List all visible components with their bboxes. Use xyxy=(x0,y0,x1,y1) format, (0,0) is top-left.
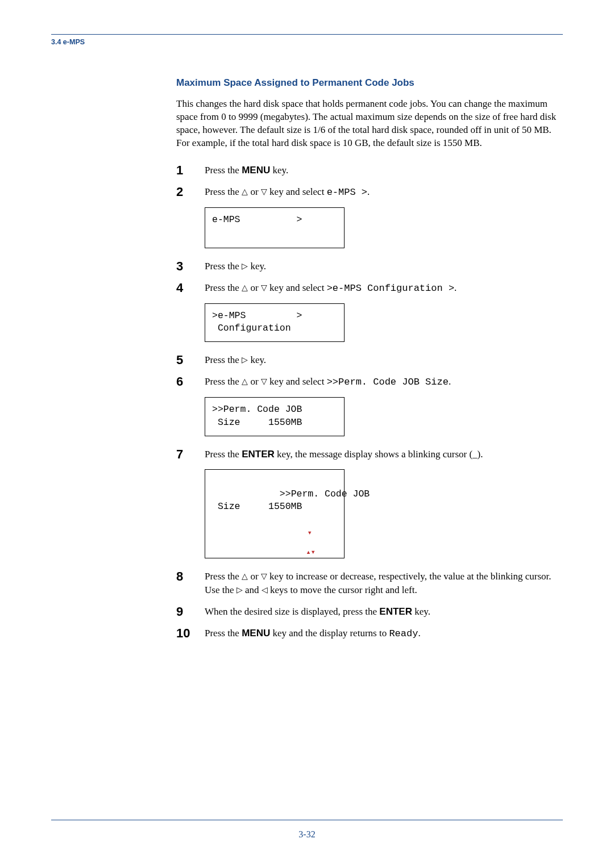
text: Press the xyxy=(205,282,242,293)
step-9: 9 When the desired size is displayed, pr… xyxy=(176,605,557,619)
step-number: 9 xyxy=(176,605,193,619)
text: Press the xyxy=(205,376,242,387)
text: . xyxy=(454,282,457,293)
mono-text: Ready xyxy=(389,628,418,639)
text: Press the xyxy=(205,628,242,639)
step-8: 8 Press the △ or ▽ key to increase or de… xyxy=(176,570,557,597)
mono-text: >>Perm. Code JOB Size xyxy=(327,377,449,387)
step-number: 6 xyxy=(176,375,193,389)
text: Press the xyxy=(205,449,242,460)
lcd-display: >>Perm. Code JOB Size 1550MB ▾ ▴▾ xyxy=(205,469,345,559)
up-triangle-icon: △ xyxy=(242,571,248,582)
lcd-display: >e-MPS > Configuration xyxy=(205,303,345,343)
text: or xyxy=(248,282,261,293)
step-number: 1 xyxy=(176,164,193,177)
text: or xyxy=(248,376,261,387)
text: key and the display returns to xyxy=(270,628,389,639)
text: When the desired size is displayed, pres… xyxy=(205,606,379,617)
step-body: Press the △ or ▽ key to increase or decr… xyxy=(205,570,557,597)
right-triangle-icon: ▷ xyxy=(242,354,248,366)
text: Press the xyxy=(205,165,242,176)
right-triangle-icon: ▷ xyxy=(242,261,248,272)
up-triangle-icon: △ xyxy=(242,376,248,387)
content: Maximum Space Assigned to Permanent Code… xyxy=(176,77,557,641)
sub-heading: Maximum Space Assigned to Permanent Code… xyxy=(176,77,557,89)
step-body: Press the MENU key and the display retur… xyxy=(205,627,557,641)
step-number: 7 xyxy=(176,448,193,461)
text: Press the xyxy=(205,354,242,365)
text: Press the xyxy=(205,186,242,197)
step-10: 10 Press the MENU key and the display re… xyxy=(176,627,557,641)
step-number: 5 xyxy=(176,353,193,367)
text: key and select xyxy=(267,376,327,387)
page-number: 3-32 xyxy=(51,829,563,840)
step-body: Press the MENU key. xyxy=(205,164,557,177)
step-number: 3 xyxy=(176,260,193,273)
text: keys to move the cursor right and left. xyxy=(268,585,417,595)
step-5: 5 Press the ▷ key. xyxy=(176,353,557,367)
step-number: 4 xyxy=(176,281,193,295)
mono-text: >e-MPS Configuration > xyxy=(327,283,454,294)
step-number: 8 xyxy=(176,570,193,583)
step-body: Press the ▷ key. xyxy=(205,353,557,367)
down-triangle-icon: ▽ xyxy=(261,571,267,582)
step-3: 3 Press the ▷ key. xyxy=(176,260,557,273)
step-6: 6 Press the △ or ▽ key and select >>Perm… xyxy=(176,375,557,439)
step-body: Press the △ or ▽ key and select e-MPS >.… xyxy=(205,185,557,252)
down-triangle-icon: ▽ xyxy=(261,376,267,387)
intro-paragraph: This changes the hard disk space that ho… xyxy=(176,98,557,150)
step-body: Press the △ or ▽ key and select >e-MPS C… xyxy=(205,281,557,345)
step-4: 4 Press the △ or ▽ key and select >e-MPS… xyxy=(176,281,557,345)
steps-list: 1 Press the MENU key. 2 Press the △ or ▽… xyxy=(176,164,557,641)
text: key and select xyxy=(267,282,327,293)
footer-rule xyxy=(51,820,563,820)
step-7: 7 Press the ENTER key, the message displ… xyxy=(176,448,557,562)
step-body: Press the △ or ▽ key and select >>Perm. … xyxy=(205,375,557,439)
step-body: When the desired size is displayed, pres… xyxy=(205,605,557,619)
text: or xyxy=(248,186,261,197)
left-triangle-icon: ◁ xyxy=(262,585,268,596)
section-header: 3.4 e-MPS xyxy=(51,38,563,46)
text: Press the xyxy=(205,571,242,582)
lcd-display: e-MPS > xyxy=(205,207,345,248)
step-body: Press the ENTER key, the message display… xyxy=(205,448,557,562)
header-rule xyxy=(51,34,563,35)
text: and xyxy=(243,585,262,595)
text: key. xyxy=(248,354,266,365)
up-triangle-icon: △ xyxy=(242,282,248,294)
cursor-indicator-icon: ▴▾ xyxy=(306,547,316,558)
key-menu: MENU xyxy=(242,165,270,176)
display-text: >>Perm. Code JOB Size 1550MB xyxy=(212,489,370,512)
mono-text: e-MPS > xyxy=(327,187,367,198)
down-triangle-icon: ▽ xyxy=(261,186,267,198)
text: . xyxy=(449,376,451,387)
text: or xyxy=(248,571,261,582)
text: Press the xyxy=(205,261,242,272)
right-triangle-icon: ▷ xyxy=(237,585,243,596)
key-enter: ENTER xyxy=(379,606,412,617)
text: key and select xyxy=(267,186,327,197)
key-enter: ENTER xyxy=(242,449,275,460)
up-triangle-icon: △ xyxy=(242,186,248,198)
step-number: 2 xyxy=(176,185,193,199)
text: . xyxy=(418,628,420,639)
footer: 3-32 xyxy=(51,820,563,840)
page: 3.4 e-MPS Maximum Space Assigned to Perm… xyxy=(0,0,614,868)
text: key. xyxy=(270,165,288,176)
text: key, the message display shows a blinkin… xyxy=(275,449,483,460)
lcd-display: >>Perm. Code JOB Size 1550MB xyxy=(205,397,345,436)
key-menu: MENU xyxy=(242,628,270,639)
text: key. xyxy=(248,261,266,272)
cursor-indicator-icon: ▾ xyxy=(308,528,312,539)
step-2: 2 Press the △ or ▽ key and select e-MPS … xyxy=(176,185,557,252)
text: . xyxy=(367,186,370,197)
text: key. xyxy=(412,606,430,617)
step-body: Press the ▷ key. xyxy=(205,260,557,273)
down-triangle-icon: ▽ xyxy=(261,282,267,294)
step-number: 10 xyxy=(176,627,193,640)
step-1: 1 Press the MENU key. xyxy=(176,164,557,177)
